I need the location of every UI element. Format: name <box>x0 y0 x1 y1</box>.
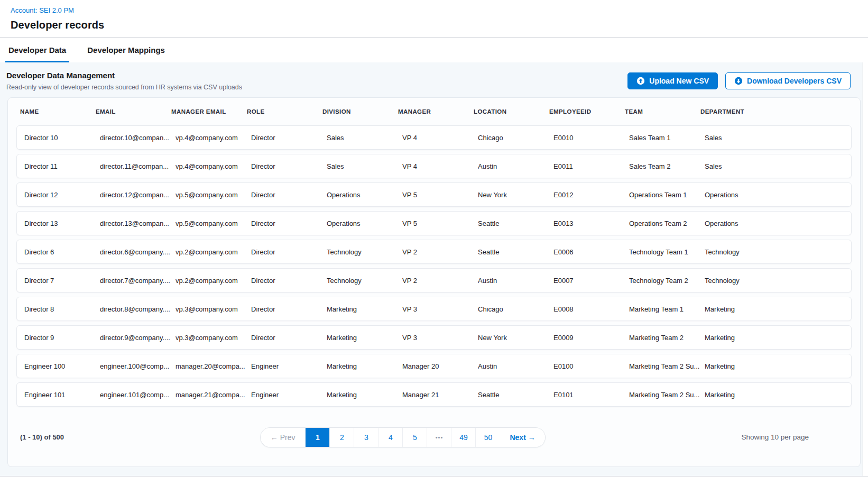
pagination-page-3[interactable]: 3 <box>354 428 378 447</box>
table-cell: New York <box>478 334 553 342</box>
table-cell: E0012 <box>553 191 629 199</box>
table-cell: Engineer <box>251 362 327 370</box>
table-row[interactable]: Director 11director.11@compan...vp.4@com… <box>16 154 852 178</box>
table-cell: director.6@company.... <box>100 248 176 256</box>
table-row[interactable]: Director 9director.9@company....vp.3@com… <box>16 325 852 350</box>
table-cell: E0101 <box>553 391 629 399</box>
pager-center: ← Prev 12345•••4950 Next → <box>64 427 741 447</box>
table-row[interactable]: Engineer 101engineer.101@comp...manager.… <box>16 382 852 407</box>
table-cell: Marketing Team 2 Su... <box>629 362 705 370</box>
table-cell: Operations <box>705 219 851 227</box>
table-cell: Chicago <box>478 305 553 313</box>
column-header: MANAGER EMAIL <box>171 108 247 115</box>
table-cell: VP 2 <box>402 248 478 256</box>
table-row[interactable]: Engineer 100engineer.100@comp...manager.… <box>16 354 852 378</box>
account-link[interactable]: Account: SEI 2.0 PM <box>11 6 74 14</box>
table-cell: director.7@company.... <box>100 277 176 285</box>
pagination-page-49[interactable]: 49 <box>451 428 476 447</box>
table-row[interactable]: Director 10director.10@compan...vp.4@com… <box>16 125 852 150</box>
table-cell: Marketing Team 1 <box>629 305 705 313</box>
download-button-label: Download Developers CSV <box>747 77 842 85</box>
column-header: TEAM <box>625 108 700 115</box>
table-cell: vp.4@company.com <box>176 134 251 142</box>
table-cell: vp.2@company.com <box>176 277 251 285</box>
table-cell: Technology Team 2 <box>629 277 705 285</box>
table-cell: Director 8 <box>24 305 100 313</box>
column-header: EMPLOYEEID <box>549 108 625 115</box>
download-developers-csv-button[interactable]: Download Developers CSV <box>725 72 851 89</box>
table-cell: Director <box>251 219 327 227</box>
table-cell: Director 10 <box>24 134 100 142</box>
pagination-next-button[interactable]: Next → <box>500 428 544 447</box>
table-cell: E0010 <box>553 134 629 142</box>
pagination-page-4[interactable]: 4 <box>378 428 403 447</box>
section-header: Developer Data Management Read-only view… <box>0 62 862 97</box>
upload-new-csv-button[interactable]: Upload New CSV <box>627 72 718 89</box>
table-cell: Engineer 101 <box>24 391 100 399</box>
table-cell: Marketing <box>327 334 402 342</box>
table-cell: Director <box>251 305 327 313</box>
table-cell: vp.3@company.com <box>176 334 251 342</box>
table-cell: Director 13 <box>24 219 100 227</box>
table-cell: E0100 <box>553 362 629 370</box>
column-header: ROLE <box>247 108 322 115</box>
table-footer: (1 - 10) of 500 ← Prev 12345•••4950 Next… <box>8 411 860 466</box>
table-cell: Director <box>251 277 327 285</box>
pagination-page-1[interactable]: 1 <box>306 428 330 447</box>
table-row[interactable]: Director 13director.13@compan...vp.5@com… <box>16 211 852 235</box>
table-cell: vp.5@company.com <box>176 219 251 227</box>
page-title: Developer records <box>11 19 868 31</box>
table-cell: E0009 <box>553 334 629 342</box>
table-cell: E0007 <box>553 277 629 285</box>
table-cell: Technology Team 1 <box>629 248 705 256</box>
table-row[interactable]: Director 6director.6@company....vp.2@com… <box>16 240 852 264</box>
table-cell: E0013 <box>553 219 629 227</box>
table-cell: vp.2@company.com <box>176 248 251 256</box>
tab-developer-data[interactable]: Developer Data <box>5 38 69 62</box>
pagination-page-5[interactable]: 5 <box>403 428 427 447</box>
table-row[interactable]: Director 8director.8@company....vp.3@com… <box>16 297 852 321</box>
table-cell: Marketing <box>705 362 851 370</box>
table-cell: E0008 <box>553 305 629 313</box>
table-cell: manager.21@compa... <box>176 391 251 399</box>
table-cell: Marketing <box>705 391 851 399</box>
column-header: DIVISION <box>322 108 398 115</box>
table-cell: Seattle <box>478 391 553 399</box>
table-cell: Sales <box>705 134 851 142</box>
table-cell: director.9@company.... <box>100 334 176 342</box>
tab-bar: Developer Data Developer Mappings <box>0 37 868 62</box>
table-cell: VP 5 <box>402 191 478 199</box>
content-area: Developer Data Management Read-only view… <box>0 62 863 476</box>
table-cell: Director 6 <box>24 248 100 256</box>
table-cell: Sales <box>327 162 402 170</box>
section-title: Developer Data Management <box>6 71 242 80</box>
table-cell: Technology <box>705 277 851 285</box>
table-body: Director 10director.10@compan...vp.4@com… <box>8 125 860 411</box>
column-header: DEPARTMENT <box>700 108 860 115</box>
pagination-ellipsis[interactable]: ••• <box>427 428 451 447</box>
table-cell: Sales <box>327 134 402 142</box>
page: Account: SEI 2.0 PM Developer records De… <box>0 0 868 485</box>
tab-developer-mappings[interactable]: Developer Mappings <box>84 38 168 62</box>
table-cell: Marketing <box>327 362 402 370</box>
table-cell: Technology <box>705 248 851 256</box>
table-row[interactable]: Director 7director.7@company....vp.2@com… <box>16 268 852 292</box>
table-cell: Director <box>251 248 327 256</box>
table-cell: Marketing <box>705 305 851 313</box>
table-cell: VP 4 <box>402 162 478 170</box>
pagination-prev-button[interactable]: ← Prev <box>261 428 306 447</box>
table-cell: Marketing Team 2 <box>629 334 705 342</box>
table-cell: VP 3 <box>402 305 478 313</box>
table-row[interactable]: Director 12director.12@compan...vp.5@com… <box>16 182 852 207</box>
pagination-page-2[interactable]: 2 <box>330 428 354 447</box>
table-cell: Director <box>251 191 327 199</box>
top-header: Account: SEI 2.0 PM Developer records <box>0 0 868 37</box>
download-circle-icon <box>734 77 743 85</box>
table-cell: Director 11 <box>24 162 100 170</box>
table-cell: E0011 <box>553 162 629 170</box>
table-cell: Marketing <box>327 305 402 313</box>
table-cell: Austin <box>478 162 553 170</box>
table-cell: Director <box>251 134 327 142</box>
table-cell: Marketing <box>705 334 851 342</box>
pagination-page-50[interactable]: 50 <box>476 428 500 447</box>
